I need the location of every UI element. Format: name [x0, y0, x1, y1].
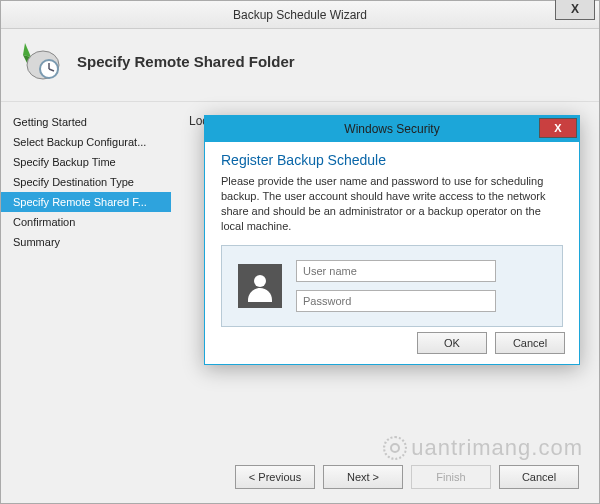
dialog-title: Windows Security	[344, 122, 439, 136]
finish-button: Finish	[411, 465, 491, 489]
sidebar-item-specify-destination-type[interactable]: Specify Destination Type	[1, 172, 171, 192]
previous-button[interactable]: < Previous	[235, 465, 315, 489]
username-input[interactable]	[296, 260, 496, 282]
sidebar-item-specify-backup-time[interactable]: Specify Backup Time	[1, 152, 171, 172]
dialog-body: Register Backup Schedule Please provide …	[205, 142, 579, 337]
credentials-box	[221, 245, 563, 327]
dialog-ok-button[interactable]: OK	[417, 332, 487, 354]
dialog-description: Please provide the user name and passwor…	[221, 174, 563, 233]
sidebar-item-confirmation[interactable]: Confirmation	[1, 212, 171, 232]
svg-point-4	[254, 275, 266, 287]
dialog-footer: OK Cancel	[417, 332, 565, 354]
backup-wizard-icon	[19, 39, 63, 83]
wizard-header: Specify Remote Shared Folder	[1, 29, 599, 101]
window-close-button[interactable]: X	[555, 0, 595, 20]
sidebar-item-select-backup-config[interactable]: Select Backup Configurat...	[1, 132, 171, 152]
dialog-cancel-button[interactable]: Cancel	[495, 332, 565, 354]
dialog-heading: Register Backup Schedule	[221, 152, 563, 168]
windows-security-dialog: Windows Security X Register Backup Sched…	[204, 115, 580, 365]
watermark-gear-icon	[383, 436, 407, 460]
sidebar-item-getting-started[interactable]: Getting Started	[1, 112, 171, 132]
page-title: Specify Remote Shared Folder	[77, 53, 295, 70]
password-input[interactable]	[296, 290, 496, 312]
next-button[interactable]: Next >	[323, 465, 403, 489]
window-title: Backup Schedule Wizard	[233, 8, 367, 22]
user-avatar-icon	[238, 264, 282, 308]
sidebar-item-summary[interactable]: Summary	[1, 232, 171, 252]
cancel-button[interactable]: Cancel	[499, 465, 579, 489]
dialog-titlebar: Windows Security X	[205, 116, 579, 142]
wizard-steps-sidebar: Getting Started Select Backup Configurat…	[1, 102, 171, 461]
wizard-footer: < Previous Next > Finish Cancel	[235, 465, 579, 489]
watermark: uantrimang.com	[383, 435, 583, 461]
titlebar: Backup Schedule Wizard X	[1, 1, 599, 29]
dialog-close-button[interactable]: X	[539, 118, 577, 138]
wizard-window: Backup Schedule Wizard X Specify Remote …	[0, 0, 600, 504]
credential-fields	[296, 260, 496, 312]
sidebar-item-specify-remote-shared-folder[interactable]: Specify Remote Shared F...	[1, 192, 171, 212]
watermark-text: uantrimang.com	[411, 435, 583, 461]
